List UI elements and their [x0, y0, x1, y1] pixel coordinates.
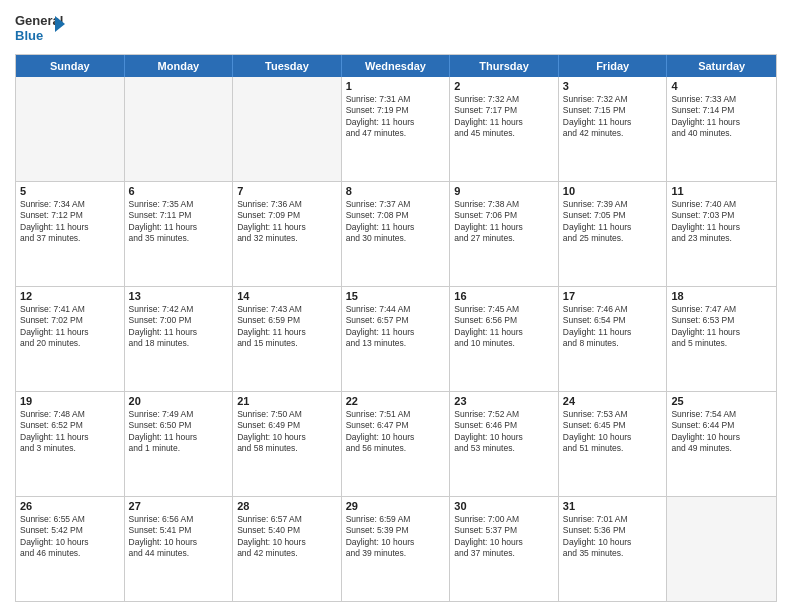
day-number: 6: [129, 185, 229, 197]
page: GeneralBlue SundayMondayTuesdayWednesday…: [0, 0, 792, 612]
cell-info: Sunrise: 7:38 AMSunset: 7:06 PMDaylight:…: [454, 199, 554, 245]
cal-cell-10: 10Sunrise: 7:39 AMSunset: 7:05 PMDayligh…: [559, 182, 668, 286]
cell-info: Sunrise: 7:01 AMSunset: 5:36 PMDaylight:…: [563, 514, 663, 560]
cell-info: Sunrise: 7:43 AMSunset: 6:59 PMDaylight:…: [237, 304, 337, 350]
day-number: 17: [563, 290, 663, 302]
cal-cell-28: 28Sunrise: 6:57 AMSunset: 5:40 PMDayligh…: [233, 497, 342, 601]
cal-cell-19: 19Sunrise: 7:48 AMSunset: 6:52 PMDayligh…: [16, 392, 125, 496]
cal-cell-15: 15Sunrise: 7:44 AMSunset: 6:57 PMDayligh…: [342, 287, 451, 391]
day-number: 27: [129, 500, 229, 512]
cal-row-3: 19Sunrise: 7:48 AMSunset: 6:52 PMDayligh…: [16, 391, 776, 496]
cal-cell-empty-0: [16, 77, 125, 181]
cal-cell-30: 30Sunrise: 7:00 AMSunset: 5:37 PMDayligh…: [450, 497, 559, 601]
day-number: 16: [454, 290, 554, 302]
cell-info: Sunrise: 7:49 AMSunset: 6:50 PMDaylight:…: [129, 409, 229, 455]
cal-cell-3: 3Sunrise: 7:32 AMSunset: 7:15 PMDaylight…: [559, 77, 668, 181]
cell-info: Sunrise: 7:46 AMSunset: 6:54 PMDaylight:…: [563, 304, 663, 350]
header-cell-wednesday: Wednesday: [342, 55, 451, 77]
cal-cell-25: 25Sunrise: 7:54 AMSunset: 6:44 PMDayligh…: [667, 392, 776, 496]
day-number: 30: [454, 500, 554, 512]
cal-cell-7: 7Sunrise: 7:36 AMSunset: 7:09 PMDaylight…: [233, 182, 342, 286]
day-number: 11: [671, 185, 772, 197]
day-number: 8: [346, 185, 446, 197]
cal-cell-24: 24Sunrise: 7:53 AMSunset: 6:45 PMDayligh…: [559, 392, 668, 496]
day-number: 13: [129, 290, 229, 302]
day-number: 1: [346, 80, 446, 92]
cal-row-2: 12Sunrise: 7:41 AMSunset: 7:02 PMDayligh…: [16, 286, 776, 391]
cell-info: Sunrise: 6:56 AMSunset: 5:41 PMDaylight:…: [129, 514, 229, 560]
day-number: 2: [454, 80, 554, 92]
day-number: 29: [346, 500, 446, 512]
cell-info: Sunrise: 7:32 AMSunset: 7:17 PMDaylight:…: [454, 94, 554, 140]
header: GeneralBlue: [15, 10, 777, 46]
cal-cell-empty-6: [667, 497, 776, 601]
day-number: 21: [237, 395, 337, 407]
cell-info: Sunrise: 7:50 AMSunset: 6:49 PMDaylight:…: [237, 409, 337, 455]
day-number: 18: [671, 290, 772, 302]
day-number: 7: [237, 185, 337, 197]
cal-cell-17: 17Sunrise: 7:46 AMSunset: 6:54 PMDayligh…: [559, 287, 668, 391]
cell-info: Sunrise: 7:32 AMSunset: 7:15 PMDaylight:…: [563, 94, 663, 140]
logo-svg: GeneralBlue: [15, 10, 65, 46]
calendar: SundayMondayTuesdayWednesdayThursdayFrid…: [15, 54, 777, 602]
day-number: 24: [563, 395, 663, 407]
cell-info: Sunrise: 7:33 AMSunset: 7:14 PMDaylight:…: [671, 94, 772, 140]
cal-cell-12: 12Sunrise: 7:41 AMSunset: 7:02 PMDayligh…: [16, 287, 125, 391]
day-number: 4: [671, 80, 772, 92]
cal-cell-4: 4Sunrise: 7:33 AMSunset: 7:14 PMDaylight…: [667, 77, 776, 181]
day-number: 20: [129, 395, 229, 407]
day-number: 31: [563, 500, 663, 512]
cal-cell-14: 14Sunrise: 7:43 AMSunset: 6:59 PMDayligh…: [233, 287, 342, 391]
cal-cell-22: 22Sunrise: 7:51 AMSunset: 6:47 PMDayligh…: [342, 392, 451, 496]
cell-info: Sunrise: 7:35 AMSunset: 7:11 PMDaylight:…: [129, 199, 229, 245]
logo: GeneralBlue: [15, 10, 65, 46]
cell-info: Sunrise: 7:31 AMSunset: 7:19 PMDaylight:…: [346, 94, 446, 140]
day-number: 3: [563, 80, 663, 92]
cal-cell-16: 16Sunrise: 7:45 AMSunset: 6:56 PMDayligh…: [450, 287, 559, 391]
cal-cell-11: 11Sunrise: 7:40 AMSunset: 7:03 PMDayligh…: [667, 182, 776, 286]
cal-row-0: 1Sunrise: 7:31 AMSunset: 7:19 PMDaylight…: [16, 77, 776, 181]
cal-cell-23: 23Sunrise: 7:52 AMSunset: 6:46 PMDayligh…: [450, 392, 559, 496]
calendar-header: SundayMondayTuesdayWednesdayThursdayFrid…: [16, 55, 776, 77]
cal-cell-26: 26Sunrise: 6:55 AMSunset: 5:42 PMDayligh…: [16, 497, 125, 601]
day-number: 28: [237, 500, 337, 512]
cal-cell-31: 31Sunrise: 7:01 AMSunset: 5:36 PMDayligh…: [559, 497, 668, 601]
cell-info: Sunrise: 6:57 AMSunset: 5:40 PMDaylight:…: [237, 514, 337, 560]
cal-cell-21: 21Sunrise: 7:50 AMSunset: 6:49 PMDayligh…: [233, 392, 342, 496]
cell-info: Sunrise: 7:54 AMSunset: 6:44 PMDaylight:…: [671, 409, 772, 455]
cal-cell-empty-1: [125, 77, 234, 181]
cell-info: Sunrise: 7:00 AMSunset: 5:37 PMDaylight:…: [454, 514, 554, 560]
cell-info: Sunrise: 7:42 AMSunset: 7:00 PMDaylight:…: [129, 304, 229, 350]
calendar-body: 1Sunrise: 7:31 AMSunset: 7:19 PMDaylight…: [16, 77, 776, 601]
cal-cell-9: 9Sunrise: 7:38 AMSunset: 7:06 PMDaylight…: [450, 182, 559, 286]
cal-cell-27: 27Sunrise: 6:56 AMSunset: 5:41 PMDayligh…: [125, 497, 234, 601]
day-number: 14: [237, 290, 337, 302]
cal-cell-13: 13Sunrise: 7:42 AMSunset: 7:00 PMDayligh…: [125, 287, 234, 391]
cell-info: Sunrise: 6:55 AMSunset: 5:42 PMDaylight:…: [20, 514, 120, 560]
cell-info: Sunrise: 7:39 AMSunset: 7:05 PMDaylight:…: [563, 199, 663, 245]
cell-info: Sunrise: 7:36 AMSunset: 7:09 PMDaylight:…: [237, 199, 337, 245]
cal-cell-6: 6Sunrise: 7:35 AMSunset: 7:11 PMDaylight…: [125, 182, 234, 286]
header-cell-thursday: Thursday: [450, 55, 559, 77]
day-number: 9: [454, 185, 554, 197]
day-number: 23: [454, 395, 554, 407]
cell-info: Sunrise: 7:51 AMSunset: 6:47 PMDaylight:…: [346, 409, 446, 455]
header-cell-tuesday: Tuesday: [233, 55, 342, 77]
cell-info: Sunrise: 7:45 AMSunset: 6:56 PMDaylight:…: [454, 304, 554, 350]
header-cell-saturday: Saturday: [667, 55, 776, 77]
day-number: 19: [20, 395, 120, 407]
day-number: 10: [563, 185, 663, 197]
day-number: 26: [20, 500, 120, 512]
cal-cell-5: 5Sunrise: 7:34 AMSunset: 7:12 PMDaylight…: [16, 182, 125, 286]
day-number: 25: [671, 395, 772, 407]
cell-info: Sunrise: 7:40 AMSunset: 7:03 PMDaylight:…: [671, 199, 772, 245]
cal-row-4: 26Sunrise: 6:55 AMSunset: 5:42 PMDayligh…: [16, 496, 776, 601]
cell-info: Sunrise: 7:44 AMSunset: 6:57 PMDaylight:…: [346, 304, 446, 350]
cell-info: Sunrise: 7:53 AMSunset: 6:45 PMDaylight:…: [563, 409, 663, 455]
cell-info: Sunrise: 7:34 AMSunset: 7:12 PMDaylight:…: [20, 199, 120, 245]
cal-cell-2: 2Sunrise: 7:32 AMSunset: 7:17 PMDaylight…: [450, 77, 559, 181]
cal-row-1: 5Sunrise: 7:34 AMSunset: 7:12 PMDaylight…: [16, 181, 776, 286]
day-number: 15: [346, 290, 446, 302]
cal-cell-29: 29Sunrise: 6:59 AMSunset: 5:39 PMDayligh…: [342, 497, 451, 601]
header-cell-friday: Friday: [559, 55, 668, 77]
